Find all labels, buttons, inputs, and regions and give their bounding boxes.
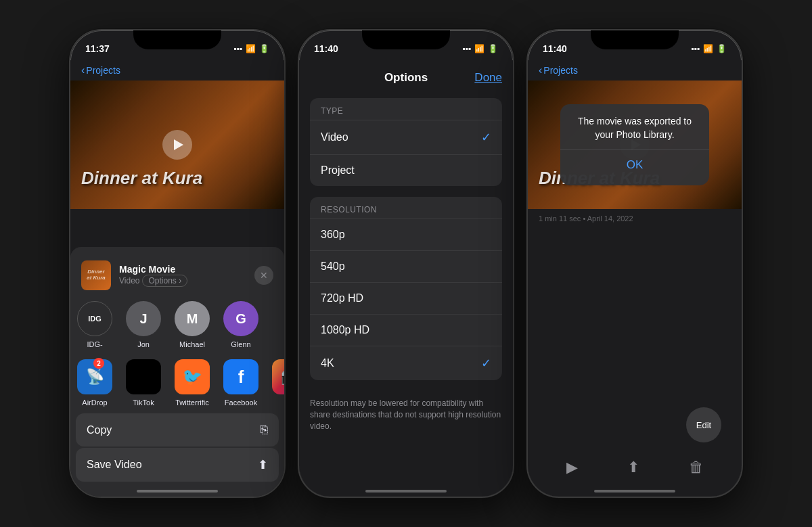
options-title: Options bbox=[384, 71, 428, 85]
resolution-360p-row[interactable]: 360p bbox=[310, 219, 502, 250]
resolution-4k-label: 4K bbox=[321, 357, 334, 369]
avatar-jon: J bbox=[126, 301, 161, 336]
time-3: 11:40 bbox=[543, 43, 567, 54]
play-icon-1[interactable] bbox=[162, 130, 192, 160]
chevron-icon-3: ‹ bbox=[539, 64, 542, 76]
save-icon: ⬆ bbox=[258, 457, 268, 472]
status-icons-3: ▪▪▪ 📶 🔋 bbox=[691, 44, 727, 53]
back-label-1: Projects bbox=[86, 65, 120, 76]
notch-1 bbox=[133, 30, 221, 49]
notch-3 bbox=[591, 30, 679, 49]
phone-3: 11:40 ▪▪▪ 📶 🔋 ‹ Projects Dinner at Kura … bbox=[526, 29, 743, 498]
tiktok-icon: ♪ bbox=[126, 359, 161, 394]
app-name-instagram: Inst bbox=[284, 398, 284, 407]
resolution-720p-row[interactable]: 720p HD bbox=[310, 282, 502, 314]
movie-title: Magic Movie bbox=[119, 264, 246, 275]
wifi-icon: 📶 bbox=[246, 44, 256, 53]
close-button[interactable]: ✕ bbox=[254, 266, 273, 285]
bottom-toolbar: ▶ ⬆ 🗑 bbox=[528, 459, 742, 476]
app-name-twitterrific: Twitterrific bbox=[175, 398, 209, 407]
signal-icon-2: ▪▪▪ bbox=[462, 44, 471, 53]
contact-item-jon[interactable]: J Jon bbox=[119, 301, 168, 348]
share-subtitle: Video Options › bbox=[119, 275, 246, 287]
app-item-instagram[interactable]: 📷 Inst bbox=[265, 359, 284, 407]
resolution-540p-label: 540p bbox=[321, 260, 345, 273]
wifi-icon-2: 📶 bbox=[474, 44, 484, 53]
dialog-divider bbox=[560, 150, 709, 150]
export-message: The movie was exported to your Photo Lib… bbox=[574, 115, 696, 141]
type-section-label: TYPE bbox=[310, 98, 502, 120]
time-1: 11:37 bbox=[85, 43, 110, 54]
copy-icon: ⎘ bbox=[261, 423, 268, 437]
type-label: Video bbox=[119, 276, 139, 285]
share-sheet-1: Dinnerat Kura Magic Movie Video Options … bbox=[70, 247, 284, 497]
type-section: TYPE Video ✓ Project bbox=[310, 98, 502, 186]
copy-label: Copy bbox=[87, 424, 112, 436]
contact-item-michael[interactable]: M Michael bbox=[168, 301, 217, 348]
facebook-icon: f bbox=[223, 359, 258, 394]
share-toolbar-icon[interactable]: ⬆ bbox=[627, 459, 639, 476]
contact-name-jon: Jon bbox=[137, 340, 150, 348]
type-project-row[interactable]: Project bbox=[310, 154, 502, 186]
play-triangle-1 bbox=[174, 139, 183, 150]
contact-name-glenn: Glenn bbox=[231, 340, 250, 348]
video-title-1: Dinner at Kura bbox=[81, 168, 202, 189]
screen-1: ‹ Projects Dinner at Kura Dinnerat Kura … bbox=[70, 60, 284, 497]
back-button-3[interactable]: ‹ Projects bbox=[539, 64, 578, 76]
phone-1: 11:37 ▪▪▪ 📶 🔋 ‹ Projects Dinner at Kura … bbox=[69, 29, 286, 498]
resolution-4k-row[interactable]: 4K ✓ bbox=[310, 346, 502, 380]
chevron-icon-1: ‹ bbox=[81, 64, 85, 76]
video-checkmark: ✓ bbox=[481, 130, 491, 145]
edit-label: Edit bbox=[696, 420, 711, 430]
airdrop-badge: 2 bbox=[93, 358, 104, 369]
type-video-row[interactable]: Video ✓ bbox=[310, 120, 502, 154]
home-indicator-2 bbox=[365, 490, 447, 492]
play-toolbar-icon[interactable]: ▶ bbox=[566, 459, 578, 476]
screen-3: ‹ Projects Dinner at Kura The movie was … bbox=[528, 60, 742, 497]
export-dialog: The movie was exported to your Photo Lib… bbox=[560, 104, 709, 185]
wifi-icon-3: 📶 bbox=[703, 44, 713, 53]
app-item-airdrop[interactable]: 📡 2 AirDrop bbox=[70, 359, 119, 407]
trash-toolbar-icon[interactable]: 🗑 bbox=[689, 459, 704, 476]
resolution-note: Resolution may be lowered for compatibil… bbox=[310, 391, 502, 432]
app-item-tiktok[interactable]: ♪ TikTok bbox=[119, 359, 168, 407]
instagram-icon: 📷 bbox=[272, 359, 284, 394]
edit-button[interactable]: Edit bbox=[686, 407, 721, 442]
nav-bar-3: ‹ Projects bbox=[528, 60, 742, 81]
nav-bar-1: ‹ Projects bbox=[70, 60, 284, 81]
resolution-1080p-label: 1080p HD bbox=[321, 324, 369, 336]
resolution-360p-label: 360p bbox=[321, 229, 345, 241]
resolution-540p-row[interactable]: 540p bbox=[310, 250, 502, 282]
contact-item-glenn[interactable]: G Glenn bbox=[217, 301, 265, 348]
ok-button[interactable]: OK bbox=[574, 156, 696, 175]
battery-icon-2: 🔋 bbox=[488, 44, 498, 53]
video-thumbnail-3[interactable]: Dinner at Kura The movie was exported to… bbox=[528, 81, 742, 209]
copy-button[interactable]: Copy ⎘ bbox=[76, 413, 279, 446]
contacts-row: IDG IDG- J Jon M Michael G Glenn bbox=[70, 296, 284, 354]
done-button[interactable]: Done bbox=[474, 71, 502, 85]
back-button-1[interactable]: ‹ Projects bbox=[81, 64, 120, 76]
avatar-glenn: G bbox=[223, 301, 258, 336]
twitterrific-icon: 🐦 bbox=[175, 359, 210, 394]
contact-item-idg[interactable]: IDG IDG- bbox=[70, 301, 119, 348]
battery-icon-3: 🔋 bbox=[717, 44, 727, 53]
avatar-idg: IDG bbox=[77, 301, 112, 336]
app-name-tiktok: TikTok bbox=[133, 398, 154, 407]
phone-2: 11:40 ▪▪▪ 📶 🔋 Options Done TYPE Video ✓ … bbox=[298, 29, 514, 498]
share-thumb-text: Dinnerat Kura bbox=[87, 269, 106, 281]
time-2: 11:40 bbox=[314, 43, 338, 54]
video-thumbnail-1[interactable]: Dinner at Kura bbox=[70, 81, 284, 209]
options-button[interactable]: Options › bbox=[142, 275, 187, 287]
airdrop-icon: 📡 2 bbox=[77, 359, 112, 394]
apps-row: 📡 2 AirDrop ♪ TikTok 🐦 Twitterrific bbox=[70, 354, 284, 412]
save-video-button[interactable]: Save Video ⬆ bbox=[76, 448, 279, 482]
4k-checkmark: ✓ bbox=[481, 356, 491, 371]
app-name-facebook: Facebook bbox=[225, 398, 257, 407]
app-item-facebook[interactable]: f Facebook bbox=[217, 359, 265, 407]
resolution-1080p-row[interactable]: 1080p HD bbox=[310, 314, 502, 346]
signal-icon: ▪▪▪ bbox=[233, 44, 242, 53]
signal-icon-3: ▪▪▪ bbox=[691, 44, 700, 53]
status-icons-2: ▪▪▪ 📶 🔋 bbox=[462, 44, 498, 53]
battery-icon: 🔋 bbox=[259, 44, 269, 53]
app-item-twitterrific[interactable]: 🐦 Twitterrific bbox=[168, 359, 217, 407]
